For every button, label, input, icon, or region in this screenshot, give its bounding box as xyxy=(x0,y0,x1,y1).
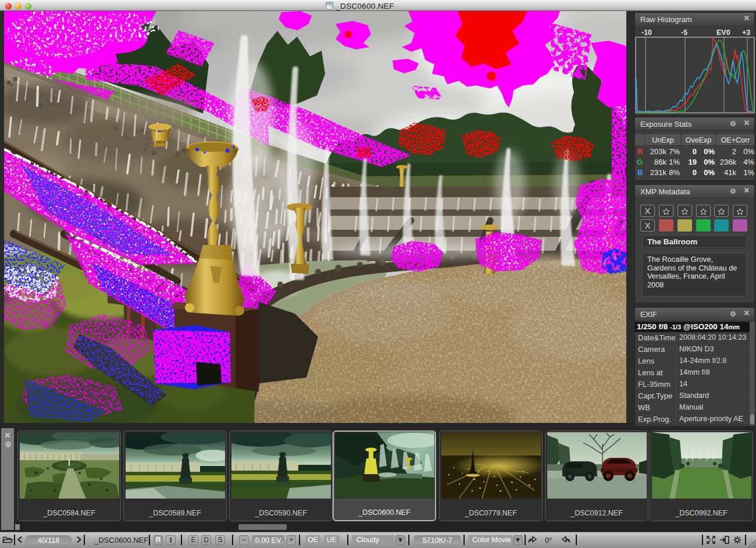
svg-text:+3: +3 xyxy=(742,29,750,37)
svg-text:EV0: EV0 xyxy=(716,29,730,37)
svg-text:-5: -5 xyxy=(681,29,687,37)
svg-text:-10: -10 xyxy=(641,29,652,37)
